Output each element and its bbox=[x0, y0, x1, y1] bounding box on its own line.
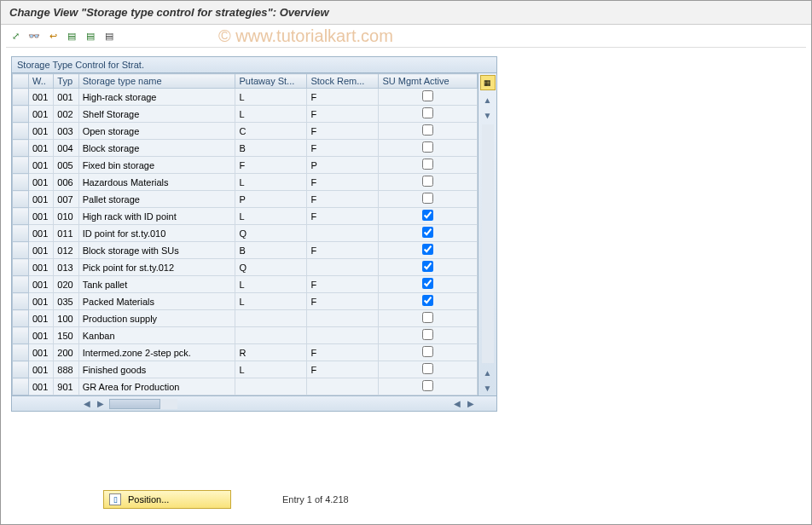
cell-typ[interactable]: 011 bbox=[54, 225, 78, 242]
cell-su[interactable] bbox=[379, 327, 478, 344]
row-selector[interactable] bbox=[13, 361, 29, 378]
scroll-down-icon[interactable]: ▼ bbox=[482, 382, 494, 394]
col-putaway[interactable]: Putaway St... bbox=[235, 74, 307, 89]
cell-typ[interactable]: 007 bbox=[54, 191, 78, 208]
cell-su[interactable] bbox=[379, 378, 478, 395]
table-row[interactable]: 001010High rack with ID pointLF bbox=[13, 208, 478, 225]
cell-su[interactable] bbox=[379, 191, 478, 208]
cell-putaway[interactable]: L bbox=[235, 174, 307, 191]
cell-whs[interactable]: 001 bbox=[28, 225, 53, 242]
table-row[interactable]: 001888Finished goodsLF bbox=[13, 361, 478, 378]
hscroll-thumb[interactable] bbox=[109, 399, 160, 409]
cell-putaway[interactable]: F bbox=[235, 157, 307, 174]
cell-typ[interactable]: 013 bbox=[54, 259, 78, 276]
cell-putaway[interactable]: L bbox=[235, 89, 307, 106]
su-checkbox[interactable] bbox=[422, 159, 433, 170]
cell-whs[interactable]: 001 bbox=[28, 106, 53, 123]
horizontal-scrollbar[interactable]: ◀ ▶ ◀ ▶ bbox=[11, 396, 497, 412]
scroll-up-small-icon[interactable]: ▲ bbox=[482, 366, 494, 378]
cell-putaway[interactable]: L bbox=[235, 208, 307, 225]
su-checkbox[interactable] bbox=[422, 244, 433, 255]
table-row[interactable]: 001005Fixed bin storageFP bbox=[13, 157, 478, 174]
cell-whs[interactable]: 001 bbox=[28, 123, 53, 140]
cell-stock[interactable] bbox=[307, 378, 379, 395]
row-selector[interactable] bbox=[13, 191, 29, 208]
scroll-right-icon[interactable]: ▶ bbox=[464, 397, 478, 411]
table-row[interactable]: 001035Packed MaterialsLF bbox=[13, 293, 478, 310]
su-checkbox[interactable] bbox=[422, 193, 433, 204]
scroll-right-small-icon[interactable]: ▶ bbox=[94, 397, 107, 411]
scroll-up-icon[interactable]: ▲ bbox=[482, 94, 494, 106]
scroll-left-small-icon[interactable]: ◀ bbox=[450, 397, 464, 411]
cell-whs[interactable]: 001 bbox=[28, 208, 53, 225]
col-typ[interactable]: Typ bbox=[54, 74, 78, 89]
table-row[interactable]: 001150Kanban bbox=[13, 327, 478, 344]
cell-whs[interactable]: 001 bbox=[28, 293, 53, 310]
cell-putaway[interactable]: L bbox=[235, 361, 307, 378]
table-row[interactable]: 001901GR Area for Production bbox=[13, 378, 478, 395]
scroll-left-icon[interactable]: ◀ bbox=[80, 397, 94, 411]
save2-icon[interactable]: ▤ bbox=[83, 28, 98, 43]
cell-stock[interactable]: F bbox=[307, 208, 379, 225]
cell-typ[interactable]: 150 bbox=[54, 327, 78, 344]
cell-putaway[interactable] bbox=[235, 327, 307, 344]
cell-putaway[interactable]: Q bbox=[235, 259, 307, 276]
cell-stock[interactable]: F bbox=[307, 242, 379, 259]
cell-name[interactable]: Production supply bbox=[78, 310, 235, 327]
cell-typ[interactable]: 035 bbox=[54, 293, 78, 310]
su-checkbox[interactable] bbox=[422, 107, 433, 118]
cell-name[interactable]: Packed Materials bbox=[78, 293, 235, 310]
row-selector[interactable] bbox=[13, 259, 29, 276]
cell-putaway[interactable] bbox=[235, 378, 307, 395]
cell-stock[interactable]: F bbox=[307, 123, 379, 140]
cell-name[interactable]: Shelf Storage bbox=[78, 106, 235, 123]
su-checkbox[interactable] bbox=[422, 346, 433, 357]
row-selector[interactable] bbox=[13, 242, 29, 259]
cell-name[interactable]: ID point for st.ty.010 bbox=[78, 225, 235, 242]
cell-putaway[interactable]: L bbox=[235, 276, 307, 293]
su-checkbox[interactable] bbox=[422, 176, 433, 187]
su-checkbox[interactable] bbox=[422, 141, 433, 153]
cell-typ[interactable]: 012 bbox=[54, 242, 78, 259]
su-checkbox[interactable] bbox=[422, 329, 433, 340]
scroll-track[interactable] bbox=[482, 124, 494, 363]
cell-stock[interactable] bbox=[307, 259, 379, 276]
cell-putaway[interactable] bbox=[235, 310, 307, 327]
cell-su[interactable] bbox=[379, 89, 478, 106]
cell-name[interactable]: Block storage with SUs bbox=[78, 242, 235, 259]
scroll-down-small-icon[interactable]: ▼ bbox=[482, 109, 494, 121]
cell-putaway[interactable]: B bbox=[235, 140, 307, 157]
cell-putaway[interactable]: L bbox=[235, 293, 307, 310]
row-selector[interactable] bbox=[13, 174, 29, 191]
cell-stock[interactable]: F bbox=[307, 106, 379, 123]
table-row[interactable]: 001100Production supply bbox=[13, 310, 478, 327]
su-checkbox[interactable] bbox=[422, 261, 433, 272]
cell-typ[interactable]: 100 bbox=[54, 310, 78, 327]
cell-putaway[interactable]: P bbox=[235, 191, 307, 208]
row-selector[interactable] bbox=[13, 89, 29, 106]
su-checkbox[interactable] bbox=[422, 295, 433, 306]
cell-stock[interactable] bbox=[307, 225, 379, 242]
cell-putaway[interactable]: R bbox=[235, 344, 307, 361]
su-checkbox[interactable] bbox=[422, 210, 433, 221]
row-selector[interactable] bbox=[13, 225, 29, 242]
position-button[interactable]: ▯ Position... bbox=[103, 490, 231, 509]
cell-su[interactable] bbox=[379, 157, 478, 174]
cell-stock[interactable]: F bbox=[307, 293, 379, 310]
table-row[interactable]: 001013Pick point for st.ty.012Q bbox=[13, 259, 478, 276]
col-whs[interactable]: W.. bbox=[28, 74, 53, 89]
cell-name[interactable]: Fixed bin storage bbox=[78, 157, 235, 174]
cell-su[interactable] bbox=[379, 361, 478, 378]
undo-icon[interactable]: ↩ bbox=[45, 28, 61, 43]
row-selector[interactable] bbox=[13, 344, 29, 361]
hscroll-track[interactable] bbox=[109, 399, 177, 409]
row-selector[interactable] bbox=[13, 208, 29, 225]
cell-su[interactable] bbox=[379, 123, 478, 140]
cell-typ[interactable]: 004 bbox=[54, 140, 78, 157]
cell-name[interactable]: Pick point for st.ty.012 bbox=[78, 259, 235, 276]
cell-su[interactable] bbox=[379, 259, 478, 276]
cell-whs[interactable]: 001 bbox=[28, 174, 53, 191]
cell-typ[interactable]: 003 bbox=[54, 123, 78, 140]
cell-su[interactable] bbox=[379, 140, 478, 157]
cell-su[interactable] bbox=[379, 225, 478, 242]
